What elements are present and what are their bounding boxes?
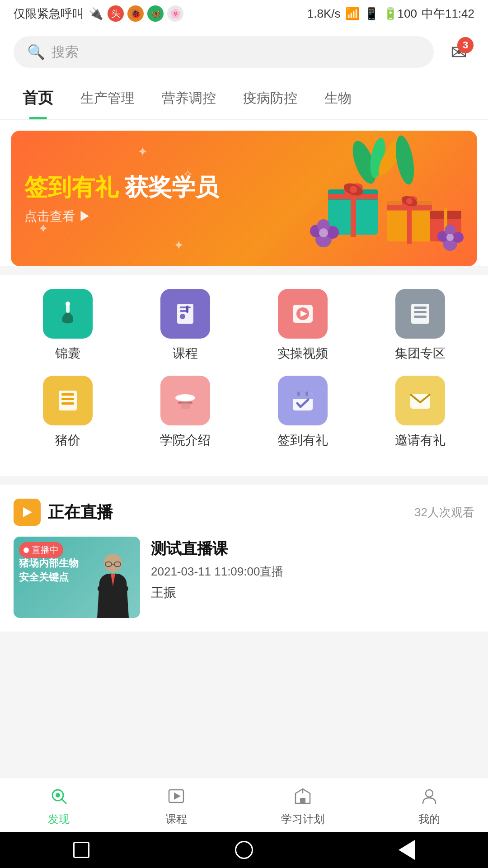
svg-point-70 (426, 790, 433, 797)
svg-point-32 (66, 302, 70, 306)
course-nav-label: 课程 (165, 812, 187, 826)
tab-disease[interactable]: 疫病防控 (230, 78, 311, 118)
svg-marker-68 (174, 793, 181, 800)
svg-point-66 (56, 793, 60, 797)
icon-video[interactable]: 实操视频 (258, 289, 348, 362)
icon-kecheng[interactable]: 课程 (140, 289, 230, 362)
app-icon-1: 头 (108, 5, 124, 22)
svg-point-36 (180, 314, 185, 319)
college-label: 学院介绍 (160, 432, 211, 449)
icon-pigprice[interactable]: 猪价 (23, 376, 113, 449)
svg-rect-55 (293, 396, 313, 399)
search-icon: 🔍 (27, 43, 45, 61)
signin-label: 签到有礼 (277, 432, 328, 449)
live-card[interactable]: 直播中 猪场内部生物 安全关键点 (14, 537, 474, 618)
svg-point-30 (446, 234, 454, 241)
banner[interactable]: ✦ ✦ ✧ ✦ 签到有礼 获奖学员 点击查看 ▶ (11, 131, 477, 266)
kecheng-label: 课程 (173, 345, 198, 362)
banner-title-sub: 获奖学员 (125, 174, 219, 200)
svg-point-27 (453, 232, 464, 243)
svg-point-25 (319, 228, 328, 237)
mail-button[interactable]: ✉ 3 (443, 36, 474, 68)
svg-rect-43 (414, 311, 427, 313)
icons-row-2: 猪价 学院介绍 (9, 376, 479, 449)
nav-mine[interactable]: 我的 (417, 783, 442, 826)
svg-point-17 (406, 198, 413, 204)
icon-signin[interactable]: 签到有礼 (258, 376, 348, 449)
banner-container: ✦ ✦ ✧ ✦ 签到有礼 获奖学员 点击查看 ▶ (0, 120, 488, 266)
nav-studyplan[interactable]: 学习计划 (281, 783, 324, 826)
sys-recent-button[interactable] (70, 839, 93, 861)
svg-line-65 (62, 799, 66, 803)
live-header: 正在直播 32人次观看 (14, 499, 474, 526)
search-box[interactable]: 🔍 搜索 (14, 36, 434, 68)
usb-icon: 🔌 (89, 7, 103, 21)
svg-rect-42 (414, 307, 427, 309)
signin-icon (278, 376, 328, 425)
icon-jinang[interactable]: 锦囊 (23, 289, 113, 362)
svg-rect-56 (297, 392, 300, 396)
tab-home[interactable]: 首页 (9, 77, 67, 119)
group-label: 集团专区 (395, 345, 446, 362)
icons-row-1: 锦囊 课程 (9, 289, 479, 362)
icon-invite[interactable]: 邀请有礼 (375, 376, 465, 449)
mail-badge: 3 (457, 37, 474, 53)
studyplan-label: 学习计划 (281, 812, 324, 826)
status-bar: 仅限紧急呼叫 🔌 头 🐞 🦋 🌸 1.8K/s 📶 📱 🔋100 中午11:42 (0, 0, 488, 27)
live-overlay-text: 猪场内部生物 安全关键点 (19, 557, 79, 585)
svg-rect-37 (186, 306, 188, 313)
tab-production[interactable]: 生产管理 (67, 78, 148, 118)
live-section: 正在直播 32人次观看 直播中 猪场内部生物 安全关键点 (0, 485, 488, 632)
svg-rect-46 (61, 393, 74, 396)
live-badge: 直播中 (19, 542, 63, 558)
svg-rect-52 (181, 403, 190, 409)
recent-icon (73, 842, 89, 858)
icon-group[interactable]: 集团专区 (375, 289, 465, 362)
svg-rect-48 (61, 402, 74, 405)
kecheng-icon (160, 289, 210, 339)
svg-rect-14 (387, 205, 432, 210)
presenter-silhouette (90, 546, 136, 618)
live-title: 正在直播 (48, 501, 113, 524)
live-course-title: 测试直播课 (151, 538, 474, 559)
nav-course[interactable]: 课程 (164, 783, 188, 826)
icon-college[interactable]: 学院介绍 (140, 376, 230, 449)
svg-point-60 (104, 554, 122, 572)
discover-icon (46, 783, 71, 808)
nav-discover[interactable]: 发现 (46, 783, 71, 826)
wifi-icon: 📶 (345, 7, 360, 21)
status-left: 仅限紧急呼叫 🔌 头 🐞 🦋 🌸 (14, 5, 183, 22)
banner-title-main: 签到有礼 (24, 174, 118, 200)
status-right: 1.8K/s 📶 📱 🔋100 中午11:42 (307, 6, 474, 22)
live-presenter: 王振 (151, 584, 474, 601)
status-emergency: 仅限紧急呼叫 (14, 6, 84, 22)
mine-label: 我的 (418, 812, 440, 826)
banner-subtitle: 点击查看 ▶ (24, 208, 219, 225)
college-icon (160, 376, 210, 425)
nav-tabs: 首页 生产管理 营养调控 疫病防控 生物 (0, 77, 488, 120)
svg-marker-59 (23, 507, 32, 517)
star-deco-1: ✦ (137, 144, 148, 159)
sys-back-button[interactable] (395, 839, 418, 861)
live-viewers: 32人次观看 (414, 505, 474, 520)
group-icon (395, 289, 445, 339)
sys-nav-bar (0, 832, 488, 868)
tab-nutrition[interactable]: 营养调控 (148, 78, 230, 118)
star-deco-4: ✦ (174, 238, 184, 253)
mine-icon (417, 783, 442, 808)
live-datetime: 2021-03-11 11:09:00直播 (151, 564, 474, 580)
bottom-nav: 发现 课程 学习计划 我的 (0, 778, 488, 832)
jinang-icon (43, 289, 93, 339)
svg-rect-69 (300, 798, 305, 803)
invite-icon (395, 376, 445, 425)
network-speed: 1.8K/s (307, 7, 341, 21)
tab-bio[interactable]: 生物 (311, 78, 365, 118)
svg-rect-34 (180, 307, 191, 308)
banner-text: 签到有礼 获奖学员 点击查看 ▶ (24, 172, 219, 225)
video-label: 实操视频 (277, 345, 328, 362)
live-card-info: 测试直播课 2021-03-11 11:09:00直播 王振 (151, 537, 474, 601)
gift-decoration (310, 135, 464, 262)
battery-icon: 🔋100 (383, 7, 417, 21)
sys-home-button[interactable] (233, 839, 255, 861)
pigprice-label: 猪价 (55, 432, 80, 449)
